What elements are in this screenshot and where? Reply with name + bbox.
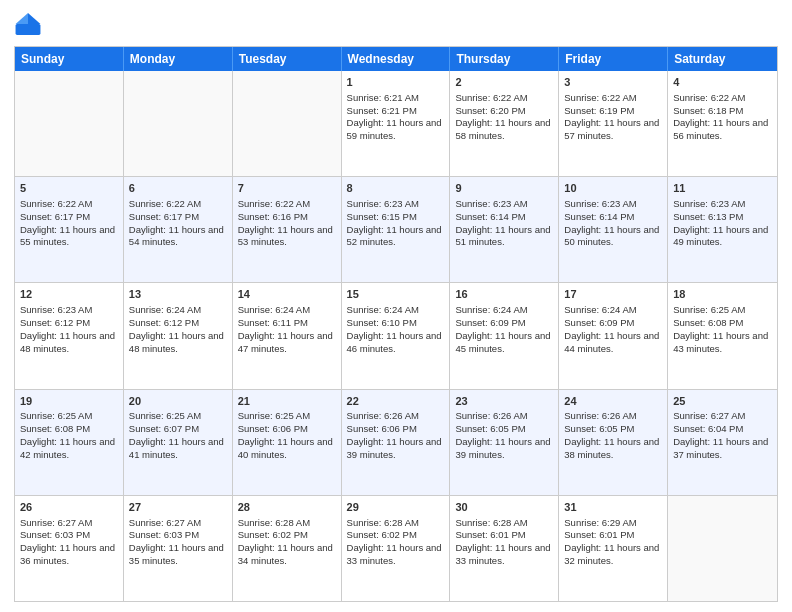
day-info: Sunset: 6:06 PM [347, 423, 445, 436]
day-info: Sunset: 6:12 PM [20, 317, 118, 330]
day-info: Sunset: 6:16 PM [238, 211, 336, 224]
day-info: Sunrise: 6:24 AM [129, 304, 227, 317]
day-number: 6 [129, 181, 227, 196]
day-number: 27 [129, 500, 227, 515]
empty-cell [124, 71, 233, 176]
day-info: Daylight: 11 hours and 57 minutes. [564, 117, 662, 143]
empty-cell [233, 71, 342, 176]
calendar-body: 1Sunrise: 6:21 AMSunset: 6:21 PMDaylight… [15, 71, 777, 601]
day-info: Daylight: 11 hours and 48 minutes. [20, 330, 118, 356]
day-cell-6: 6Sunrise: 6:22 AMSunset: 6:17 PMDaylight… [124, 177, 233, 282]
day-cell-11: 11Sunrise: 6:23 AMSunset: 6:13 PMDayligh… [668, 177, 777, 282]
day-info: Sunset: 6:11 PM [238, 317, 336, 330]
day-info: Sunrise: 6:22 AM [129, 198, 227, 211]
calendar-row-4: 26Sunrise: 6:27 AMSunset: 6:03 PMDayligh… [15, 496, 777, 601]
day-cell-28: 28Sunrise: 6:28 AMSunset: 6:02 PMDayligh… [233, 496, 342, 601]
day-info: Daylight: 11 hours and 50 minutes. [564, 224, 662, 250]
day-header-friday: Friday [559, 47, 668, 71]
day-number: 9 [455, 181, 553, 196]
day-info: Daylight: 11 hours and 36 minutes. [20, 542, 118, 568]
day-info: Sunrise: 6:24 AM [238, 304, 336, 317]
day-info: Sunrise: 6:25 AM [20, 410, 118, 423]
day-info: Daylight: 11 hours and 46 minutes. [347, 330, 445, 356]
day-cell-8: 8Sunrise: 6:23 AMSunset: 6:15 PMDaylight… [342, 177, 451, 282]
day-info: Sunset: 6:20 PM [455, 105, 553, 118]
day-cell-14: 14Sunrise: 6:24 AMSunset: 6:11 PMDayligh… [233, 283, 342, 388]
day-info: Sunset: 6:09 PM [564, 317, 662, 330]
day-info: Daylight: 11 hours and 32 minutes. [564, 542, 662, 568]
day-info: Daylight: 11 hours and 55 minutes. [20, 224, 118, 250]
day-info: Sunrise: 6:22 AM [455, 92, 553, 105]
day-cell-12: 12Sunrise: 6:23 AMSunset: 6:12 PMDayligh… [15, 283, 124, 388]
day-info: Sunset: 6:04 PM [673, 423, 772, 436]
day-info: Sunrise: 6:25 AM [129, 410, 227, 423]
svg-rect-2 [16, 24, 41, 35]
day-info: Sunset: 6:13 PM [673, 211, 772, 224]
day-number: 24 [564, 394, 662, 409]
day-cell-13: 13Sunrise: 6:24 AMSunset: 6:12 PMDayligh… [124, 283, 233, 388]
day-number: 5 [20, 181, 118, 196]
day-info: Sunrise: 6:26 AM [455, 410, 553, 423]
day-info: Sunrise: 6:25 AM [238, 410, 336, 423]
day-number: 4 [673, 75, 772, 90]
day-info: Daylight: 11 hours and 38 minutes. [564, 436, 662, 462]
empty-cell [668, 496, 777, 601]
day-info: Sunrise: 6:24 AM [347, 304, 445, 317]
day-number: 10 [564, 181, 662, 196]
day-number: 12 [20, 287, 118, 302]
day-header-sunday: Sunday [15, 47, 124, 71]
calendar-row-3: 19Sunrise: 6:25 AMSunset: 6:08 PMDayligh… [15, 390, 777, 496]
day-header-monday: Monday [124, 47, 233, 71]
day-number: 25 [673, 394, 772, 409]
calendar-row-0: 1Sunrise: 6:21 AMSunset: 6:21 PMDaylight… [15, 71, 777, 177]
svg-marker-1 [16, 13, 28, 24]
day-cell-24: 24Sunrise: 6:26 AMSunset: 6:05 PMDayligh… [559, 390, 668, 495]
day-number: 18 [673, 287, 772, 302]
day-cell-25: 25Sunrise: 6:27 AMSunset: 6:04 PMDayligh… [668, 390, 777, 495]
day-info: Daylight: 11 hours and 43 minutes. [673, 330, 772, 356]
day-number: 3 [564, 75, 662, 90]
day-info: Sunrise: 6:28 AM [347, 517, 445, 530]
day-number: 16 [455, 287, 553, 302]
empty-cell [15, 71, 124, 176]
day-cell-4: 4Sunrise: 6:22 AMSunset: 6:18 PMDaylight… [668, 71, 777, 176]
day-cell-10: 10Sunrise: 6:23 AMSunset: 6:14 PMDayligh… [559, 177, 668, 282]
day-info: Sunset: 6:12 PM [129, 317, 227, 330]
page-header [14, 10, 778, 38]
day-info: Daylight: 11 hours and 51 minutes. [455, 224, 553, 250]
day-cell-16: 16Sunrise: 6:24 AMSunset: 6:09 PMDayligh… [450, 283, 559, 388]
day-info: Sunrise: 6:24 AM [564, 304, 662, 317]
day-info: Sunset: 6:01 PM [564, 529, 662, 542]
day-info: Sunrise: 6:22 AM [564, 92, 662, 105]
day-info: Sunset: 6:02 PM [238, 529, 336, 542]
calendar-row-2: 12Sunrise: 6:23 AMSunset: 6:12 PMDayligh… [15, 283, 777, 389]
day-info: Sunrise: 6:22 AM [20, 198, 118, 211]
day-cell-21: 21Sunrise: 6:25 AMSunset: 6:06 PMDayligh… [233, 390, 342, 495]
day-info: Daylight: 11 hours and 58 minutes. [455, 117, 553, 143]
day-cell-3: 3Sunrise: 6:22 AMSunset: 6:19 PMDaylight… [559, 71, 668, 176]
day-info: Sunset: 6:18 PM [673, 105, 772, 118]
day-number: 14 [238, 287, 336, 302]
logo [14, 10, 46, 38]
day-cell-26: 26Sunrise: 6:27 AMSunset: 6:03 PMDayligh… [15, 496, 124, 601]
day-cell-2: 2Sunrise: 6:22 AMSunset: 6:20 PMDaylight… [450, 71, 559, 176]
day-header-thursday: Thursday [450, 47, 559, 71]
day-number: 28 [238, 500, 336, 515]
day-info: Sunrise: 6:24 AM [455, 304, 553, 317]
day-info: Daylight: 11 hours and 40 minutes. [238, 436, 336, 462]
day-info: Sunset: 6:15 PM [347, 211, 445, 224]
day-cell-19: 19Sunrise: 6:25 AMSunset: 6:08 PMDayligh… [15, 390, 124, 495]
day-header-tuesday: Tuesday [233, 47, 342, 71]
day-number: 1 [347, 75, 445, 90]
day-number: 21 [238, 394, 336, 409]
day-info: Daylight: 11 hours and 53 minutes. [238, 224, 336, 250]
day-info: Daylight: 11 hours and 37 minutes. [673, 436, 772, 462]
day-cell-22: 22Sunrise: 6:26 AMSunset: 6:06 PMDayligh… [342, 390, 451, 495]
day-info: Sunrise: 6:28 AM [238, 517, 336, 530]
day-info: Sunrise: 6:27 AM [129, 517, 227, 530]
calendar-row-1: 5Sunrise: 6:22 AMSunset: 6:17 PMDaylight… [15, 177, 777, 283]
day-info: Sunset: 6:19 PM [564, 105, 662, 118]
calendar: SundayMondayTuesdayWednesdayThursdayFrid… [14, 46, 778, 602]
day-info: Daylight: 11 hours and 44 minutes. [564, 330, 662, 356]
calendar-header: SundayMondayTuesdayWednesdayThursdayFrid… [15, 47, 777, 71]
